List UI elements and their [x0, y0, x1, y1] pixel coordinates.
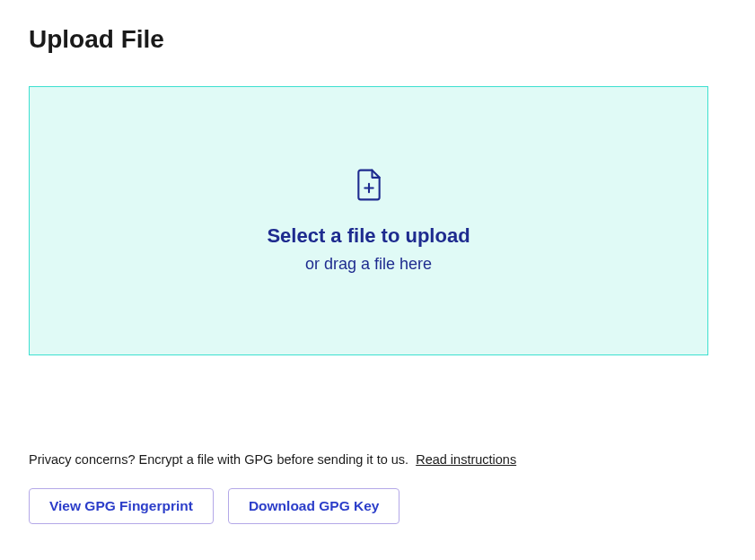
file-plus-icon [356, 169, 382, 224]
file-dropzone[interactable]: Select a file to upload or drag a file h… [29, 86, 708, 355]
read-instructions-link[interactable]: Read instructions [416, 452, 516, 467]
page-title: Upload File [29, 25, 726, 54]
download-gpg-key-button[interactable]: Download GPG Key [228, 488, 400, 524]
view-gpg-fingerprint-button[interactable]: View GPG Fingerprint [29, 488, 214, 524]
dropzone-secondary-text: or drag a file here [305, 255, 432, 274]
dropzone-primary-text: Select a file to upload [267, 224, 470, 248]
privacy-text-line: Privacy concerns? Encrypt a file with GP… [29, 452, 726, 467]
gpg-button-row: View GPG Fingerprint Download GPG Key [29, 488, 726, 524]
privacy-section: Privacy concerns? Encrypt a file with GP… [29, 452, 726, 524]
privacy-text: Privacy concerns? Encrypt a file with GP… [29, 452, 408, 467]
